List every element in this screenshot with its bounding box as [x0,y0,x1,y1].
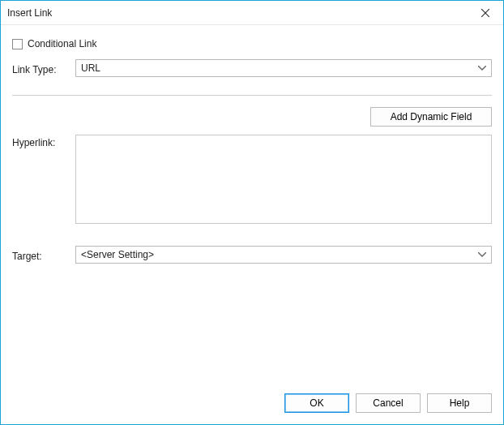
dialog-body: Conditional Link Link Type: URL Add Dyna… [1,25,503,385]
ok-button[interactable]: OK [284,393,349,413]
help-button[interactable]: Help [427,393,492,413]
target-row: Target: <Server Setting> [12,246,492,264]
hyperlink-input[interactable] [75,135,492,224]
section-divider [12,95,492,96]
link-type-select[interactable]: URL [75,59,492,77]
link-type-value: URL [81,62,100,74]
insert-link-dialog: Insert Link Conditional Link Link Type: … [0,0,504,425]
dialog-footer: OK Cancel Help [1,385,503,424]
dialog-title: Insert Link [7,7,468,19]
target-select[interactable]: <Server Setting> [75,246,492,264]
link-type-label: Link Type: [12,62,75,75]
link-type-row: Link Type: URL [12,59,492,77]
target-label: Target: [12,248,75,262]
titlebar: Insert Link [1,1,503,25]
cancel-button[interactable]: Cancel [356,393,421,413]
chevron-down-icon [476,249,488,260]
target-value: <Server Setting> [81,249,154,260]
hyperlink-label: Hyperlink: [12,135,75,148]
add-dynamic-row: Add Dynamic Field [12,107,492,127]
chevron-down-icon [476,62,488,74]
conditional-link-checkbox[interactable] [12,39,23,49]
hyperlink-row: Hyperlink: [12,135,492,226]
conditional-link-row: Conditional Link [12,38,492,49]
conditional-link-label: Conditional Link [28,38,96,49]
add-dynamic-field-button[interactable]: Add Dynamic Field [370,107,492,127]
close-icon [481,9,489,17]
close-button[interactable] [468,1,503,25]
